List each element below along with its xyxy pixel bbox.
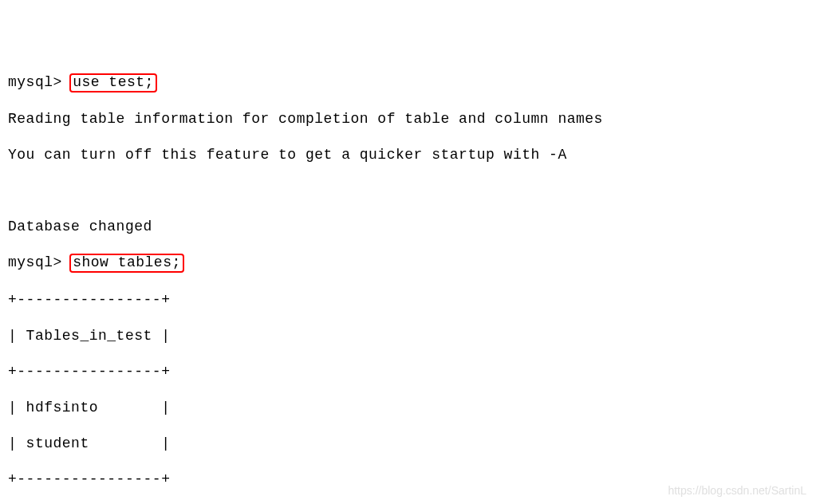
tables-row-student: | student | (8, 435, 808, 453)
command-use-test: use test; (69, 73, 157, 93)
watermark: https://blog.csdn.net/SartinL (668, 484, 806, 498)
blank-line (8, 182, 808, 200)
mysql-prompt: mysql> (8, 74, 71, 90)
prompt-line-2: mysql> show tables; (8, 254, 808, 273)
tables-border-top: +----------------+ (8, 291, 808, 309)
output-turn-off-feature: You can turn off this feature to get a q… (8, 146, 808, 164)
command-show-tables: show tables; (69, 254, 184, 273)
prompt-line-1: mysql> use test; (8, 73, 808, 93)
tables-header: | Tables_in_test | (8, 327, 808, 345)
tables-row-hdfsinto: | hdfsinto | (8, 399, 808, 417)
output-reading-table-info: Reading table information for completion… (8, 110, 808, 128)
mysql-prompt: mysql> (8, 254, 71, 270)
tables-border-mid: +----------------+ (8, 363, 808, 381)
output-database-changed: Database changed (8, 218, 808, 236)
